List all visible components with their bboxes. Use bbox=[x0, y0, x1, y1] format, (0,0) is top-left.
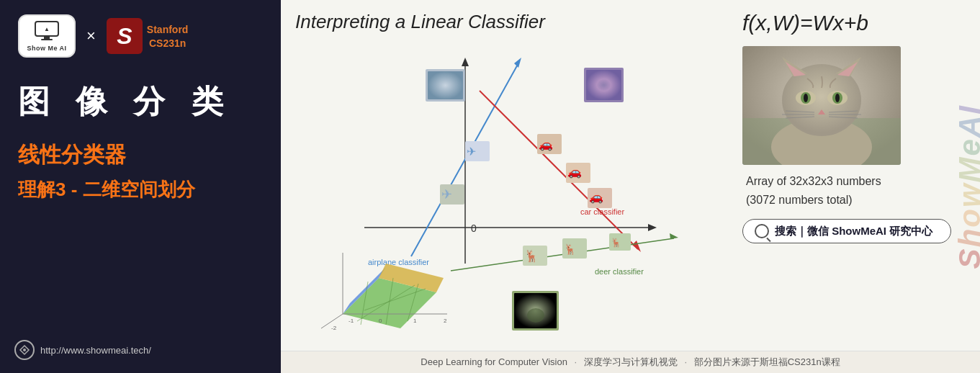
svg-marker-7 bbox=[462, 58, 469, 66]
caption-dot2: · bbox=[684, 356, 687, 367]
sidebar: ▲ Show Me AI × S Stanford CS231n 图 像 分 类… bbox=[0, 0, 281, 373]
svg-text:2: 2 bbox=[444, 318, 447, 324]
svg-text:0: 0 bbox=[379, 318, 382, 324]
cat-svg bbox=[742, 46, 901, 165]
svg-text:🦌: 🦌 bbox=[524, 249, 539, 263]
svg-text:🚗: 🚗 bbox=[567, 165, 582, 179]
search-icon bbox=[755, 224, 769, 238]
stanford-label: Stanford bbox=[147, 24, 189, 36]
content-area: Interpreting a Linear Classifier 0 bbox=[281, 0, 980, 373]
array-info-line2: (3072 numbers total) bbox=[746, 194, 853, 206]
watermark-text: ShowMeAI bbox=[953, 104, 980, 269]
svg-point-4 bbox=[23, 349, 26, 351]
cat-image bbox=[742, 46, 901, 165]
svg-text:-2: -2 bbox=[331, 325, 337, 331]
website-row[interactable]: http://www.showmeai.tech/ bbox=[14, 340, 151, 360]
caption-dot1: · bbox=[575, 356, 577, 367]
stanford-logo: S Stanford CS231n bbox=[107, 18, 189, 54]
svg-point-54 bbox=[527, 308, 544, 323]
svg-marker-15 bbox=[670, 233, 678, 239]
svg-marker-13 bbox=[632, 241, 641, 252]
content-inner: Interpreting a Linear Classifier 0 bbox=[281, 0, 980, 351]
svg-rect-17 bbox=[428, 71, 463, 99]
svg-point-68 bbox=[835, 94, 840, 102]
svg-rect-1 bbox=[44, 36, 50, 39]
svg-text:0: 0 bbox=[471, 223, 477, 234]
svg-text:-1: -1 bbox=[349, 318, 354, 324]
nav-icon bbox=[14, 340, 35, 360]
subtitle-2d-partition: 理解3 - 二维空间划分 bbox=[18, 177, 195, 202]
cs231n-label: CS231n bbox=[147, 37, 189, 50]
caption-mid: 深度学习与计算机视觉 bbox=[584, 356, 678, 367]
bottom-caption: Deep Learning for Computer Vision · 深度学习… bbox=[281, 351, 980, 373]
subtitle-linear-classifier: 线性分类器 bbox=[18, 140, 126, 170]
svg-point-67 bbox=[804, 94, 808, 102]
watermark-right: ShowMeAI bbox=[960, 0, 980, 373]
times-symbol: × bbox=[86, 27, 96, 45]
diagram-svg-container: 0 airplane classifier bbox=[295, 39, 728, 343]
svg-text:🦌: 🦌 bbox=[564, 243, 577, 256]
array-info: Array of 32x32x3 numbers (3072 numbers t… bbox=[746, 172, 881, 209]
showmeai-logo-text: Show Me AI bbox=[27, 45, 66, 52]
caption-right: 部分图片来源于斯坦福CS231n课程 bbox=[694, 356, 840, 367]
monitor-icon: ▲ bbox=[34, 20, 60, 45]
svg-text:▲: ▲ bbox=[44, 26, 50, 32]
stanford-s-letter: S bbox=[107, 18, 143, 54]
car-label: car classifier bbox=[580, 207, 624, 216]
cat-image-inner bbox=[742, 46, 901, 165]
svg-line-12 bbox=[480, 91, 638, 249]
deer-label: deer classifier bbox=[595, 267, 644, 276]
caption-left: Deep Learning for Computer Vision bbox=[421, 356, 567, 367]
diagram-area: Interpreting a Linear Classifier 0 bbox=[281, 0, 735, 351]
svg-text:✈: ✈ bbox=[467, 145, 476, 158]
svg-rect-2 bbox=[41, 39, 53, 40]
svg-rect-19 bbox=[586, 70, 621, 100]
showmeai-logo: ▲ Show Me AI bbox=[18, 14, 76, 58]
search-text: 搜索｜微信 ShowMeAI 研究中心 bbox=[775, 225, 932, 238]
array-info-line1: Array of 32x32x3 numbers bbox=[746, 175, 881, 187]
diagram-title: Interpreting a Linear Classifier bbox=[295, 11, 728, 33]
page-title: 图 像 分 类 bbox=[18, 81, 232, 123]
logo-row: ▲ Show Me AI × S Stanford CS231n bbox=[18, 14, 188, 58]
svg-text:🦌: 🦌 bbox=[611, 237, 621, 248]
svg-marker-11 bbox=[514, 58, 521, 68]
svg-text:✈: ✈ bbox=[441, 187, 452, 202]
svg-text:🚗: 🚗 bbox=[539, 138, 553, 151]
right-panel: f(x,W)=Wx+b bbox=[735, 0, 980, 351]
search-box[interactable]: 搜索｜微信 ShowMeAI 研究中心 bbox=[742, 219, 951, 243]
svg-text:🚗: 🚗 bbox=[589, 190, 603, 204]
classifier-diagram: 0 airplane classifier bbox=[307, 48, 717, 336]
website-url: http://www.showmeai.tech/ bbox=[40, 345, 151, 356]
airplane-label: airplane classifier bbox=[368, 258, 429, 266]
svg-marker-8 bbox=[648, 224, 657, 231]
svg-text:1: 1 bbox=[413, 318, 417, 324]
formula: f(x,W)=Wx+b bbox=[742, 11, 868, 35]
